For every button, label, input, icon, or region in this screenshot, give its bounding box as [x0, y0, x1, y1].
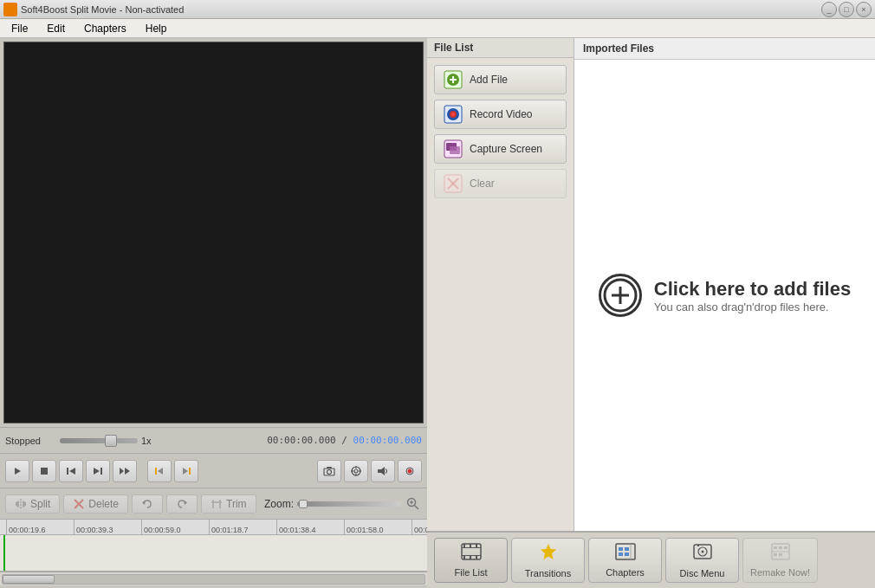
ruler-tick-7: 00:02:17.7	[412, 520, 427, 534]
mark-in-button[interactable]	[147, 460, 172, 482]
svg-marker-8	[125, 468, 130, 475]
add-files-icon	[599, 274, 642, 317]
bottom-tabs: File List Transitions	[427, 532, 875, 588]
menu-file[interactable]: File	[3, 20, 36, 37]
svg-rect-10	[155, 468, 157, 475]
svg-rect-78	[779, 546, 782, 549]
main-area: Stopped 1x 00:00:00.000 / 00:00:00.000	[0, 38, 875, 588]
file-list-header: File List	[427, 38, 574, 58]
svg-rect-61	[476, 544, 477, 547]
forward-button[interactable]	[113, 460, 137, 482]
menu-chapters[interactable]: Chapters	[76, 20, 134, 37]
ruler-tick-1: 00:00:19.6	[6, 520, 74, 534]
add-files-title: Click here to add files	[654, 278, 851, 300]
fx-button[interactable]	[344, 460, 368, 482]
tab-file-list[interactable]: File List	[434, 538, 508, 583]
imported-section: Imported Files Click here to add files	[574, 38, 875, 531]
svg-marker-22	[378, 467, 385, 475]
svg-rect-63	[470, 556, 471, 559]
remake-icon	[771, 543, 790, 565]
svg-marker-31	[184, 501, 187, 505]
film-icon	[461, 543, 482, 565]
tab-chapters[interactable]: Chapters	[588, 538, 662, 583]
capture-screen-label: Capture Screen	[470, 143, 542, 155]
split-button[interactable]: Split	[5, 494, 60, 514]
next-frame-button[interactable]	[86, 460, 110, 482]
svg-marker-30	[142, 501, 146, 505]
star-icon	[539, 542, 558, 565]
edit-bar: Split Delete Trim Zoom:	[0, 488, 427, 519]
minimize-button[interactable]: _	[821, 2, 837, 17]
right-panel: File List Add File	[427, 38, 875, 588]
tab-disc-menu[interactable]: Disc Menu	[665, 538, 739, 583]
speed-label: 1x	[141, 436, 152, 446]
tab-file-list-label: File List	[455, 567, 488, 578]
disc-icon	[693, 542, 712, 565]
ruler-tick-2: 00:00:39.3	[74, 520, 141, 534]
prev-frame-button[interactable]	[59, 460, 83, 482]
zoom-thumb[interactable]	[299, 500, 308, 508]
svg-rect-67	[619, 547, 623, 551]
tab-remake[interactable]: Remake Now!	[742, 538, 818, 583]
clear-icon	[444, 174, 463, 193]
svg-rect-58	[462, 555, 481, 556]
close-button[interactable]: ×	[856, 2, 872, 17]
window-controls[interactable]: _ □ ×	[821, 2, 872, 17]
menu-help[interactable]: Help	[138, 20, 175, 37]
split-label: Split	[30, 498, 50, 510]
svg-marker-11	[183, 468, 188, 475]
svg-rect-68	[619, 552, 623, 556]
svg-rect-75	[697, 545, 699, 546]
clear-button[interactable]: Clear	[434, 169, 567, 198]
svg-marker-1	[15, 468, 21, 475]
timeline-track-area[interactable]	[0, 535, 427, 572]
svg-line-36	[415, 505, 419, 509]
window-title: Soft4Boost Split Movie - Non-activated	[21, 4, 184, 15]
scroll-track[interactable]	[2, 574, 425, 585]
svg-rect-60	[470, 544, 471, 547]
record-overlay-button[interactable]	[398, 460, 422, 482]
snapshot-button[interactable]	[317, 460, 341, 482]
add-file-label: Add File	[470, 74, 508, 86]
transport-bar: Stopped 1x 00:00:00.000 / 00:00:00.000	[0, 427, 427, 453]
add-file-button[interactable]: Add File	[434, 65, 567, 94]
zoom-icon	[405, 495, 422, 513]
capture-screen-button[interactable]: Capture Screen	[434, 134, 567, 164]
horizontal-scrollbar[interactable]	[0, 572, 427, 585]
clear-label: Clear	[470, 178, 495, 190]
menu-bar: File Edit Chapters Help	[0, 19, 875, 38]
tab-transitions[interactable]: Transitions	[511, 538, 585, 583]
svg-marker-9	[158, 468, 163, 475]
stop-button[interactable]	[32, 460, 56, 482]
zoom-track[interactable]	[297, 501, 401, 507]
time-code: 00:00:00.000 / 00:00:00.000	[267, 435, 422, 446]
speed-thumb[interactable]	[105, 435, 117, 447]
trim-button[interactable]: Trim	[201, 494, 256, 514]
mark-out-button[interactable]	[174, 460, 198, 482]
svg-rect-77	[774, 546, 777, 549]
ruler-tick-5: 00:01:38.4	[276, 520, 344, 534]
play-button[interactable]	[5, 460, 29, 482]
file-list-content: Add File Record Video	[427, 58, 574, 205]
speed-track[interactable]	[60, 438, 138, 443]
tab-chapters-label: Chapters	[606, 567, 645, 578]
undo-button[interactable]	[132, 494, 163, 514]
svg-rect-4	[67, 468, 68, 475]
scroll-thumb[interactable]	[3, 575, 55, 584]
svg-marker-27	[23, 501, 26, 507]
record-video-button[interactable]: Record Video	[434, 100, 567, 129]
speed-control[interactable]: 1x	[60, 436, 260, 446]
chapters-icon	[615, 543, 636, 565]
redo-button[interactable]	[166, 494, 198, 514]
delete-button[interactable]: Delete	[63, 494, 128, 514]
maximize-button[interactable]: □	[839, 2, 854, 17]
trim-label: Trim	[226, 498, 247, 510]
timeline[interactable]: 00:00:19.6 00:00:39.3 00:00:59.0 00:01:1…	[0, 519, 427, 588]
audio-button[interactable]	[371, 460, 395, 482]
svg-rect-70	[625, 552, 629, 556]
svg-point-14	[327, 469, 332, 474]
import-drop-area[interactable]: Click here to add files You can also dra…	[574, 60, 875, 531]
menu-edit[interactable]: Edit	[39, 20, 73, 37]
svg-rect-69	[625, 547, 629, 551]
video-preview	[3, 42, 424, 423]
